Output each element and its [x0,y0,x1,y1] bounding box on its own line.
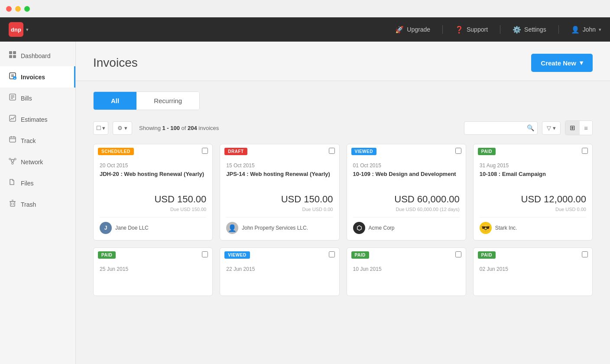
invoice-title-5 [100,274,206,289]
card-checkbox-3[interactable] [455,148,461,154]
track-icon [9,136,16,146]
invoice-card-4[interactable]: PAID 31 Aug 2015 10-108 : Email Campaign… [473,144,593,240]
sidebar-label-invoices: Invoices [21,74,45,81]
invoice-client-2: 👤 John Property Services LLC. [226,217,333,234]
invoice-card-7[interactable]: PAID 10 Jun 2015 [347,247,466,296]
invoice-amount-1: USD 150.00 [100,194,206,205]
invoice-card-3[interactable]: VIEWED 01 Oct 2015 10-109 : Web Design a… [347,144,466,240]
svg-point-18 [11,159,14,162]
close-dot[interactable] [6,6,12,12]
sidebar-label-track: Track [21,137,36,144]
sidebar-label-files: Files [21,180,34,187]
grid-view-button[interactable]: ⊞ [565,121,580,135]
user-name: John [583,26,596,33]
svg-rect-0 [9,51,12,54]
invoice-due-2: Due USD 0.00 [226,207,333,212]
card-checkbox-6[interactable] [329,251,335,257]
tab-all[interactable]: All [94,92,136,110]
status-badge-2: DRAFT [224,148,247,155]
status-badge-4: PAID [478,148,496,155]
settings-button[interactable]: ⚙️ Settings [513,26,546,34]
topnav-actions: 🚀 Upgrade ❓ Support ⚙️ Settings 👤 John ▾ [395,25,601,34]
page-header: Invoices Create New ▾ [76,42,610,81]
svg-rect-1 [13,51,16,54]
invoices-icon: + [9,72,16,82]
svg-point-20 [14,158,16,160]
card-checkbox-8[interactable] [582,251,588,257]
sidebar-item-files[interactable]: Files [0,172,75,194]
svg-point-19 [9,158,11,160]
invoice-card-6[interactable]: VIEWED 22 Jun 2015 [220,247,339,296]
support-label: Support [467,26,488,33]
sidebar-item-track[interactable]: Track [0,130,75,151]
invoice-card-2[interactable]: DRAFT 15 Oct 2015 JPS-14 : Web hosting R… [220,144,339,240]
card-checkbox-7[interactable] [455,251,461,257]
tab-recurring[interactable]: Recurring [136,92,199,110]
invoice-date-3: 01 Oct 2015 [353,162,460,169]
nav-divider [442,25,443,34]
user-menu[interactable]: 👤 John ▾ [571,26,601,34]
upgrade-button[interactable]: 🚀 Upgrade [395,26,430,34]
checkbox-icon: ☐ [96,125,101,131]
invoice-date-4: 31 Aug 2015 [480,162,586,169]
gear-icon: ⚙ [117,125,123,131]
create-new-button[interactable]: Create New ▾ [531,54,593,72]
maximize-dot[interactable] [24,6,30,12]
invoice-card-8[interactable]: PAID 02 Jun 2015 [473,247,593,296]
status-badge-7: PAID [351,251,369,259]
invoice-cards-grid: SCHEDULED 20 Oct 2015 JDH-20 : Web hosti… [93,144,593,296]
toolbar: ☐ ▾ ⚙ ▾ Showing 1 - 100 of 204 invoices … [93,120,593,135]
client-name-4: Stark Inc. [495,225,517,231]
user-icon: 👤 [571,26,580,34]
svg-rect-14 [10,137,16,142]
invoice-date-8: 02 Jun 2015 [480,266,586,272]
svg-rect-3 [13,55,16,58]
logo-dropdown-arrow[interactable]: ▾ [26,27,29,32]
actions-button[interactable]: ⚙ ▾ [113,121,132,135]
invoice-client-4: 😎 Stark Inc. [480,217,586,234]
sidebar-item-network[interactable]: Network [0,151,75,172]
upgrade-label: Upgrade [407,26,430,33]
sidebar-label-trash: Trash [21,201,36,208]
invoice-amount-4: USD 12,000.00 [480,194,586,205]
minimize-dot[interactable] [15,6,21,12]
client-name-2: John Property Services LLC. [242,225,308,231]
card-checkbox-1[interactable] [202,148,208,154]
invoice-date-7: 10 Jun 2015 [353,266,460,272]
filter-arrow: ▾ [553,125,556,131]
sidebar-item-dashboard[interactable]: Dashboard [0,45,75,66]
card-checkbox-4[interactable] [582,148,588,154]
svg-rect-2 [9,55,12,58]
network-icon [9,157,16,167]
sidebar-item-bills[interactable]: Bills [0,88,75,109]
bulk-select-button[interactable]: ☐ ▾ [93,121,108,135]
support-button[interactable]: ❓ Support [455,26,488,34]
select-arrow: ▾ [102,125,105,131]
sidebar-item-estimates[interactable]: Estimates [0,109,75,130]
search-input[interactable] [464,121,538,135]
invoice-date-1: 20 Oct 2015 [100,162,206,169]
sidebar-item-trash[interactable]: Trash [0,194,75,215]
invoice-title-3: 10-109 : Web Design and Development [353,170,460,186]
nav-divider-2 [500,25,500,34]
actions-arrow: ▾ [124,125,127,131]
invoice-card-1[interactable]: SCHEDULED 20 Oct 2015 JDH-20 : Web hosti… [93,144,213,240]
card-checkbox-2[interactable] [329,148,335,154]
invoice-card-5[interactable]: PAID 25 Jun 2015 [93,247,213,296]
sidebar-label-bills: Bills [21,95,32,102]
list-view-button[interactable]: ≡ [580,121,592,135]
invoice-amount-3: USD 60,000.00 [353,194,460,205]
showing-count: Showing 1 - 100 of 204 invoices [139,125,219,131]
svg-rect-25 [10,202,15,206]
status-badge-6: VIEWED [224,251,250,259]
card-checkbox-5[interactable] [202,251,208,257]
status-badge-5: PAID [98,251,116,259]
nav-divider-3 [558,25,559,34]
app-logo[interactable]: dnp [9,22,23,37]
status-badge-8: PAID [478,251,496,259]
sidebar-label-dashboard: Dashboard [21,52,51,59]
filter-button[interactable]: ▽ ▾ [542,121,561,135]
sidebar-item-invoices[interactable]: + Invoices [0,66,75,88]
invoice-title-6 [226,274,333,289]
sidebar-label-estimates: Estimates [21,116,47,123]
